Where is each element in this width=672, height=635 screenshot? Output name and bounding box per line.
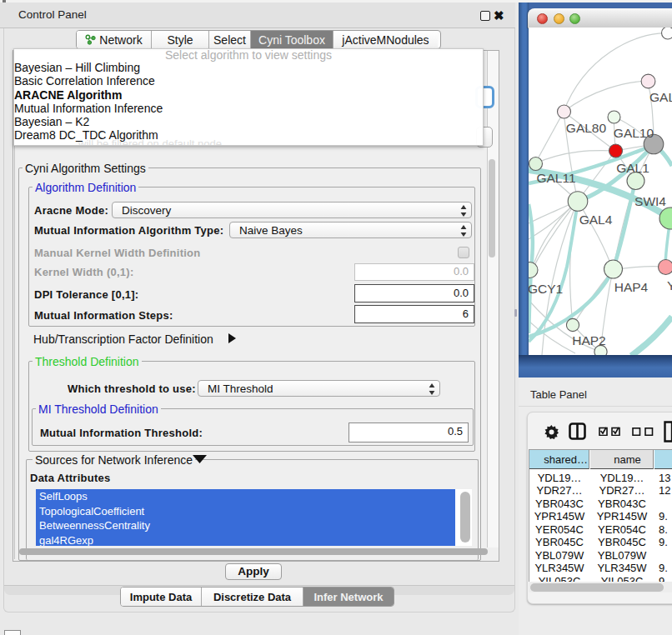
svg-text:GAL80: GAL80 bbox=[566, 121, 607, 135]
svg-text:GCY1: GCY1 bbox=[529, 282, 563, 296]
svg-text:HAP4: HAP4 bbox=[614, 280, 649, 294]
svg-text:HAP2: HAP2 bbox=[572, 333, 606, 348]
svg-text:GAL10: GAL10 bbox=[614, 126, 654, 140]
svg-text:GAL4: GAL4 bbox=[579, 212, 613, 227]
svg-text:GAL1: GAL1 bbox=[616, 161, 649, 175]
svg-text:GAL: GAL bbox=[649, 90, 672, 104]
svg-text:GAL11: GAL11 bbox=[536, 171, 575, 185]
svg-text:SWI4: SWI4 bbox=[634, 194, 666, 208]
svg-text:Y: Y bbox=[667, 278, 672, 292]
